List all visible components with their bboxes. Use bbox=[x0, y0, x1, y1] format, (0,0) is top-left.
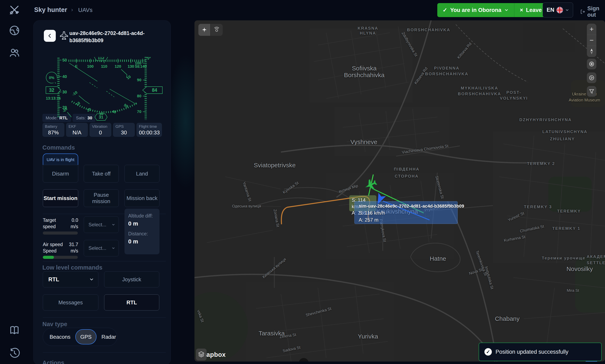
svg-text:110: 110 bbox=[101, 64, 107, 68]
rtl-button[interactable]: RTL bbox=[104, 294, 159, 311]
pause-mission-button[interactable]: Pause mission bbox=[84, 189, 119, 207]
sidebar-item-history[interactable] bbox=[9, 347, 20, 359]
svg-text:100: 100 bbox=[135, 61, 141, 65]
stat-vibration: Vibration0 bbox=[90, 123, 111, 137]
success-check-icon: ✓ bbox=[484, 348, 492, 356]
mission-back-button[interactable]: Mission back bbox=[125, 189, 159, 207]
compass-button[interactable] bbox=[587, 46, 596, 57]
air-speed-select[interactable]: Select... bbox=[84, 240, 119, 256]
language-selector[interactable]: EN bbox=[543, 2, 573, 17]
svg-text:E: E bbox=[75, 64, 78, 68]
svg-text:31: 31 bbox=[99, 115, 103, 119]
divider bbox=[43, 317, 166, 318]
sats-value: 30 bbox=[88, 116, 92, 120]
map-label: Yunost' St bbox=[507, 211, 525, 222]
divider bbox=[43, 352, 166, 353]
low-level-mode-select[interactable]: RTL bbox=[43, 271, 98, 287]
map-label: Chabany bbox=[495, 315, 520, 322]
chevron-down-icon bbox=[89, 277, 94, 282]
svg-text:84: 84 bbox=[152, 88, 157, 93]
map-label: Sadova St bbox=[282, 345, 301, 353]
distance-value: 0 m bbox=[128, 238, 156, 245]
sats-chip: Sats: 30 bbox=[73, 114, 95, 122]
mode-label: Mode: bbox=[46, 116, 58, 120]
circle-icon bbox=[589, 61, 594, 67]
sign-out-button[interactable]: Sign out bbox=[580, 5, 605, 18]
check-icon: ✓ bbox=[443, 7, 447, 13]
map-label: Kiltseva Rd bbox=[456, 41, 473, 60]
joystick-button[interactable]: Joystick bbox=[104, 271, 159, 287]
nav-option-beacons[interactable]: Beacons bbox=[45, 334, 75, 340]
stat-ekf: EKFN/A bbox=[66, 123, 88, 137]
plane-icon bbox=[60, 31, 68, 40]
disarm-button[interactable]: Disarm bbox=[43, 165, 78, 182]
language-code: EN bbox=[547, 7, 554, 13]
start-mission-button[interactable]: Start mission bbox=[43, 189, 78, 207]
svg-text:112: 112 bbox=[98, 57, 104, 60]
map-zoom-controls: + − bbox=[587, 24, 596, 57]
svg-text:40: 40 bbox=[62, 74, 67, 79]
map-label: Viacheslava Chornovola St bbox=[402, 144, 449, 155]
target-speed-select[interactable]: Select... bbox=[84, 217, 119, 233]
uav-tooltip-altitude: A: 257 m bbox=[359, 217, 453, 223]
svg-text:20: 20 bbox=[86, 107, 92, 113]
air-speed-progress bbox=[43, 256, 78, 259]
zone-status-button[interactable]: ✓ You are in Oborona bbox=[437, 3, 514, 17]
map-label: POST- bbox=[506, 90, 521, 95]
svg-text:30: 30 bbox=[99, 112, 104, 116]
playback-button[interactable] bbox=[587, 72, 596, 83]
uav-detail-panel: uav-28c46e9c-2702-4d81-ac4d-b3685f9b3b09 bbox=[33, 20, 171, 364]
nav-option-radar[interactable]: Radar bbox=[97, 334, 121, 340]
sats-label: Sats: bbox=[76, 116, 86, 120]
map-label: BORSHCHAHIVKA bbox=[407, 27, 450, 32]
log-out-icon bbox=[580, 9, 585, 15]
sidebar-item-users[interactable] bbox=[9, 47, 20, 58]
sign-out-label: Sign out bbox=[587, 5, 605, 18]
chevron-down-icon bbox=[112, 223, 115, 227]
zoom-out-button[interactable]: − bbox=[587, 35, 596, 46]
uav-tooltip-speed: S: 116 km/h bbox=[359, 210, 453, 216]
land-button[interactable]: Land bbox=[125, 165, 159, 182]
altitude-diff-label: Altitude diff: bbox=[128, 213, 156, 219]
altitude-distance-card: Altitude diff: 0 m Distance: 0 m bbox=[125, 209, 159, 254]
geolocate-button[interactable] bbox=[587, 59, 596, 69]
filter-button[interactable] bbox=[587, 86, 596, 97]
map-canvas[interactable]: SofiivskaBorshchahivkaVyshneveSviatopetr… bbox=[194, 20, 605, 362]
messages-button[interactable]: Messages bbox=[43, 294, 98, 311]
breadcrumb-section[interactable]: UAVs bbox=[78, 7, 93, 13]
leave-zone-button[interactable]: × Leave bbox=[514, 3, 547, 17]
svg-text:120: 120 bbox=[115, 64, 121, 68]
take-off-button[interactable]: Take off bbox=[84, 165, 119, 182]
back-button[interactable] bbox=[44, 30, 56, 42]
map-label: Sviatopetrivske bbox=[254, 162, 296, 169]
nav-type-heading: Nav type bbox=[42, 321, 67, 328]
map-label: Yurivka bbox=[358, 333, 378, 340]
sidebar-item-globe[interactable] bbox=[9, 25, 20, 36]
uav-in-flight-badge: UAV is in flight bbox=[43, 154, 78, 165]
nav-type-segment: Beacons GPS Radar bbox=[43, 328, 117, 346]
zoom-in-button[interactable]: + bbox=[587, 24, 596, 35]
breadcrumb-app[interactable]: Sky hunter bbox=[34, 6, 67, 13]
breadcrumb-separator: › bbox=[71, 7, 73, 13]
map-label: TEREMKY bbox=[557, 209, 581, 214]
map-label: Mira St bbox=[567, 288, 579, 293]
map-label: Novosilky bbox=[566, 265, 593, 273]
svg-text:130: 130 bbox=[128, 64, 134, 68]
map-label: VOLYNSKYI bbox=[500, 96, 528, 101]
map-label: SETTLEMENT bbox=[587, 260, 605, 265]
uav-tooltip: sim-uav-28c46e9c-2702-4d81-ac4d-b3685f9b… bbox=[354, 201, 458, 224]
close-icon: × bbox=[520, 7, 523, 13]
uav-layer-toggle[interactable] bbox=[198, 24, 210, 36]
crossed-swords-logo-icon bbox=[9, 4, 20, 16]
target-layer-toggle[interactable] bbox=[211, 24, 223, 36]
map-label: Kurhanna St bbox=[503, 234, 526, 243]
map-label: KRASNA bbox=[358, 26, 378, 31]
map-label: Yantarna St bbox=[242, 181, 252, 202]
layers-button[interactable] bbox=[196, 349, 206, 361]
svg-text:90: 90 bbox=[137, 78, 141, 82]
sidebar-item-book[interactable] bbox=[9, 325, 20, 336]
leave-label: Leave bbox=[526, 7, 542, 13]
toast-notification[interactable]: ✓ Position updated successfully bbox=[479, 343, 602, 361]
svg-text:32: 32 bbox=[49, 88, 54, 93]
nav-option-gps[interactable]: GPS bbox=[75, 329, 97, 344]
